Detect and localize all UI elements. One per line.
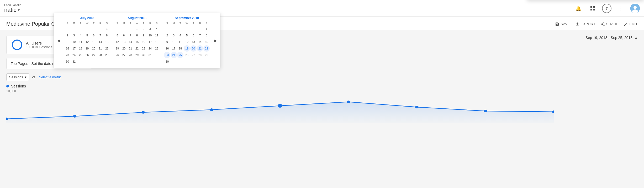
cal-day[interactable]: 5 xyxy=(184,32,190,38)
cal-day[interactable]: 30 xyxy=(64,58,71,65)
cal-day[interactable]: 4 xyxy=(77,32,84,38)
title-dropdown-arrow[interactable]: ▾ xyxy=(18,8,20,12)
cal-day[interactable]: 10 xyxy=(71,39,77,45)
cal-day[interactable]: 14 xyxy=(97,39,103,45)
cal-day[interactable]: 11 xyxy=(177,39,183,45)
cal-day[interactable]: 21 xyxy=(97,45,103,52)
cal-day[interactable]: 28 xyxy=(127,52,134,58)
cal-day[interactable]: 7 xyxy=(127,32,134,38)
calendar-next-button[interactable]: ▶ xyxy=(212,37,219,44)
cal-day[interactable]: 3 xyxy=(147,26,153,32)
cal-day[interactable]: 2 xyxy=(64,32,71,38)
cal-day[interactable]: 10 xyxy=(171,39,177,45)
cal-day[interactable]: 27 xyxy=(91,52,97,58)
more-icon[interactable]: ⋮ xyxy=(616,4,626,13)
cal-day[interactable]: 27 xyxy=(121,52,127,58)
cal-day[interactable]: 1 xyxy=(134,26,140,32)
cal-day[interactable]: 28 xyxy=(97,52,103,58)
cal-day[interactable]: 9 xyxy=(164,39,170,45)
cal-day[interactable]: 23 xyxy=(164,52,170,58)
cal-day[interactable]: 22 xyxy=(104,45,110,52)
cal-day[interactable]: 4 xyxy=(154,26,160,32)
cal-day[interactable]: 26 xyxy=(114,52,120,58)
cal-day[interactable]: 31 xyxy=(71,58,77,65)
date-range-toggle[interactable]: ▲ xyxy=(635,36,638,40)
cal-day[interactable]: 23 xyxy=(140,45,147,52)
cal-day[interactable]: 25 xyxy=(154,45,160,52)
cal-day[interactable]: 8 xyxy=(203,32,210,38)
cal-day[interactable]: 20 xyxy=(190,45,197,52)
calendar-prev-button[interactable]: ◀ xyxy=(55,37,62,44)
cal-day[interactable]: 18 xyxy=(77,45,84,52)
cal-day[interactable]: 8 xyxy=(104,32,110,38)
cal-day[interactable]: 14 xyxy=(127,39,134,45)
cal-day[interactable]: 4 xyxy=(177,32,183,38)
cal-day[interactable]: 29 xyxy=(104,52,110,58)
cal-day[interactable]: 19 xyxy=(184,45,190,52)
cal-day[interactable]: 20 xyxy=(91,45,97,52)
cal-day[interactable]: 11 xyxy=(77,39,84,45)
export-button[interactable]: EXPORT xyxy=(575,22,595,26)
cal-day[interactable]: 6 xyxy=(91,32,97,38)
cal-day[interactable]: 15 xyxy=(203,39,210,45)
cal-day[interactable]: 22 xyxy=(203,45,210,52)
cal-day[interactable]: 15 xyxy=(134,39,140,45)
save-button[interactable]: SAVE xyxy=(555,22,570,26)
cal-day[interactable]: 1 xyxy=(104,26,110,32)
cal-day[interactable]: 5 xyxy=(84,32,90,38)
cal-day[interactable]: 12 xyxy=(84,39,90,45)
cal-day[interactable]: 1 xyxy=(203,26,210,32)
cal-day[interactable]: 31 xyxy=(147,52,153,58)
cal-day[interactable]: 30 xyxy=(140,52,147,58)
cal-day[interactable]: 17 xyxy=(71,45,77,52)
cal-day[interactable]: 9 xyxy=(64,39,71,45)
cal-day[interactable]: 9 xyxy=(140,32,147,38)
help-icon[interactable]: ? xyxy=(602,4,611,13)
cal-day[interactable]: 14 xyxy=(197,39,203,45)
cal-day[interactable]: 25 xyxy=(77,52,84,58)
cal-day[interactable]: 2 xyxy=(140,26,147,32)
cal-day[interactable]: 19 xyxy=(114,45,120,52)
cal-day[interactable]: 6 xyxy=(190,32,197,38)
cal-day[interactable]: 15 xyxy=(104,39,110,45)
cal-day[interactable]: 12 xyxy=(184,39,190,45)
cal-day[interactable]: 18 xyxy=(177,45,183,52)
cal-day[interactable]: 17 xyxy=(147,39,153,45)
cal-day[interactable]: 8 xyxy=(134,32,140,38)
cal-day[interactable]: 6 xyxy=(121,32,127,38)
share-button[interactable]: SHARE xyxy=(601,22,619,26)
cal-day[interactable]: 13 xyxy=(91,39,97,45)
cal-day[interactable]: 19 xyxy=(84,45,90,52)
select-metric-link[interactable]: Select a metric xyxy=(39,75,61,79)
cal-day[interactable]: 13 xyxy=(190,39,197,45)
cal-day[interactable]: 20 xyxy=(121,45,127,52)
bell-icon[interactable]: 🔔 xyxy=(574,4,583,13)
metric-select[interactable]: Sessions ▾ xyxy=(6,73,29,81)
cal-day[interactable]: 25 xyxy=(177,52,183,58)
cal-day[interactable]: 11 xyxy=(154,32,160,38)
cal-day[interactable]: 29 xyxy=(134,52,140,58)
cal-day[interactable]: 24 xyxy=(71,52,77,58)
cal-day[interactable]: 23 xyxy=(64,52,71,58)
grid-icon[interactable] xyxy=(588,4,597,13)
cal-day[interactable]: 16 xyxy=(64,45,71,52)
cal-day[interactable]: 22 xyxy=(134,45,140,52)
cal-day[interactable]: 2 xyxy=(164,32,170,38)
cal-day[interactable]: 26 xyxy=(84,52,90,58)
cal-day[interactable]: 7 xyxy=(197,32,203,38)
cal-day[interactable]: 13 xyxy=(121,39,127,45)
cal-day[interactable]: 30 xyxy=(164,58,170,65)
cal-day[interactable]: 17 xyxy=(171,45,177,52)
cal-day[interactable]: 16 xyxy=(140,39,147,45)
cal-day[interactable]: 18 xyxy=(154,39,160,45)
cal-day[interactable]: 5 xyxy=(114,32,120,38)
cal-day[interactable]: 24 xyxy=(171,52,177,58)
cal-day[interactable]: 21 xyxy=(197,45,203,52)
cal-day[interactable]: 3 xyxy=(171,32,177,38)
cal-day[interactable]: 7 xyxy=(97,32,103,38)
cal-day[interactable]: 21 xyxy=(127,45,134,52)
date-range-display[interactable]: Sep 19, 2018 - Sep 25, 2018 ▲ xyxy=(585,36,638,40)
cal-day[interactable]: 3 xyxy=(71,32,77,38)
edit-button[interactable]: EDIT xyxy=(624,22,638,26)
cal-day[interactable]: 12 xyxy=(114,39,120,45)
